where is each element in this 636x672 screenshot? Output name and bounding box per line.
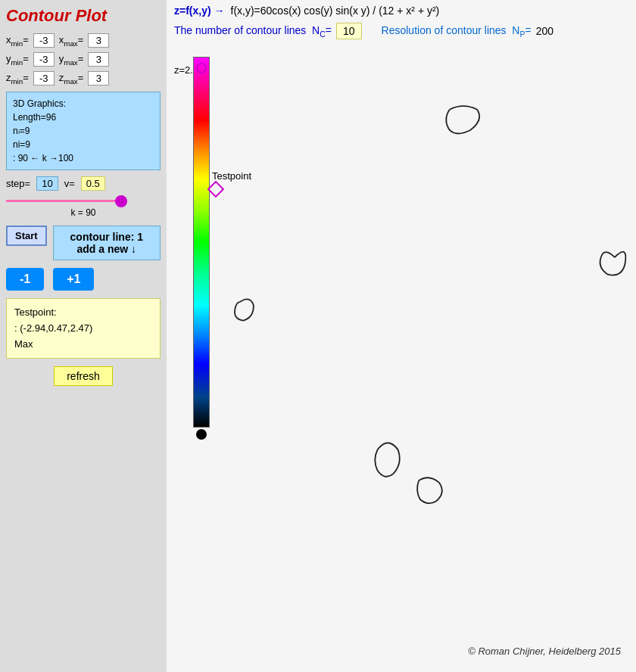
graphics-info-box: 3D Graphics: Length=96 nᵢ=9 ni=9 : 90 ← … (6, 92, 161, 170)
contour-svg (216, 45, 628, 634)
z-min-value[interactable]: -3 (33, 71, 55, 86)
y-range-row: ymin= -3 ymax= 3 (6, 52, 161, 67)
contour-line-label: contour line: 1 (61, 231, 152, 243)
k-label: k = 90 (6, 207, 161, 218)
testpoint-coords: : (-2.94,0.47,2.47) (14, 321, 152, 337)
slider-thumb[interactable] (115, 195, 127, 207)
step-label: step= (6, 178, 30, 189)
left-panel: Contour Plot xmin= -3 xmax= 3 ymin= -3 y… (0, 0, 167, 672)
color-scale-bar (193, 57, 210, 443)
x-min-value[interactable]: -3 (33, 33, 55, 48)
nc-value[interactable]: 10 (336, 23, 362, 39)
color-bar-top-marker (196, 63, 207, 73)
z-max-label: zmax= (59, 72, 84, 86)
y-min-label: ymin= (6, 53, 29, 67)
increment-btn-row: -1 +1 (6, 268, 161, 291)
x-min-label: xmin= (6, 34, 29, 48)
y-max-value[interactable]: 3 (88, 52, 109, 67)
step-v-row: step= 10 v= 0.5 (6, 176, 161, 191)
np-value: 200 (536, 25, 553, 37)
start-button[interactable]: Start (6, 226, 47, 246)
step-value[interactable]: 10 (36, 176, 58, 191)
color-gradient-bar (193, 57, 210, 428)
plot-area (216, 45, 628, 634)
app-title: Contour Plot (6, 6, 161, 26)
x-max-value[interactable]: 3 (88, 33, 109, 48)
formula-label: z=f(x,y) → (174, 5, 225, 17)
slider-line (6, 200, 127, 202)
contour-info-box: contour line: 1 add a new ↓ (53, 226, 161, 260)
z-max-value[interactable]: 3 (88, 71, 109, 86)
refresh-button[interactable]: refresh (54, 366, 113, 386)
x-max-label: xmax= (59, 34, 84, 48)
np-label: Resolution of contour lines NP= (382, 24, 532, 39)
y-max-label: ymax= (59, 53, 84, 67)
canvas-area: z=f(x,y) → f(x,y)=60cos(x) cos(y) sin(x … (167, 0, 636, 672)
testpoint-type: Max (14, 337, 152, 353)
testpoint-label: Testpoint: (14, 305, 152, 321)
formula-value: f(x,y)=60cos(x) cos(y) sin(x y) / (12 + … (231, 5, 440, 17)
formula-bar: z=f(x,y) → f(x,y)=60cos(x) cos(y) sin(x … (167, 0, 636, 21)
z-range-row: zmin= -3 zmax= 3 (6, 71, 161, 86)
x-range-row: xmin= -3 xmax= 3 (6, 33, 161, 48)
v-label: v= (64, 178, 75, 189)
k-slider-container: k = 90 (6, 195, 161, 218)
add-new-label: add a new ↓ (61, 243, 152, 255)
plus-one-button[interactable]: +1 (53, 268, 94, 291)
k-slider-track[interactable] (6, 195, 161, 206)
y-min-value[interactable]: -3 (33, 52, 55, 67)
minus-one-button[interactable]: -1 (6, 268, 44, 291)
testpoint-info-box: Testpoint: : (-2.94,0.47,2.47) Max (6, 298, 161, 359)
v-value[interactable]: 0.5 (81, 176, 105, 191)
color-bar-bottom-dot (196, 429, 207, 440)
start-row: Start contour line: 1 add a new ↓ (6, 226, 161, 260)
z-min-label: zmin= (6, 72, 29, 86)
nc-label: The number of contour lines NC= (174, 24, 332, 39)
nc-np-section: The number of contour lines NC= 10 Resol… (167, 23, 636, 39)
copyright-label: © Roman Chijner, Heidelberg 2015 (468, 646, 621, 657)
